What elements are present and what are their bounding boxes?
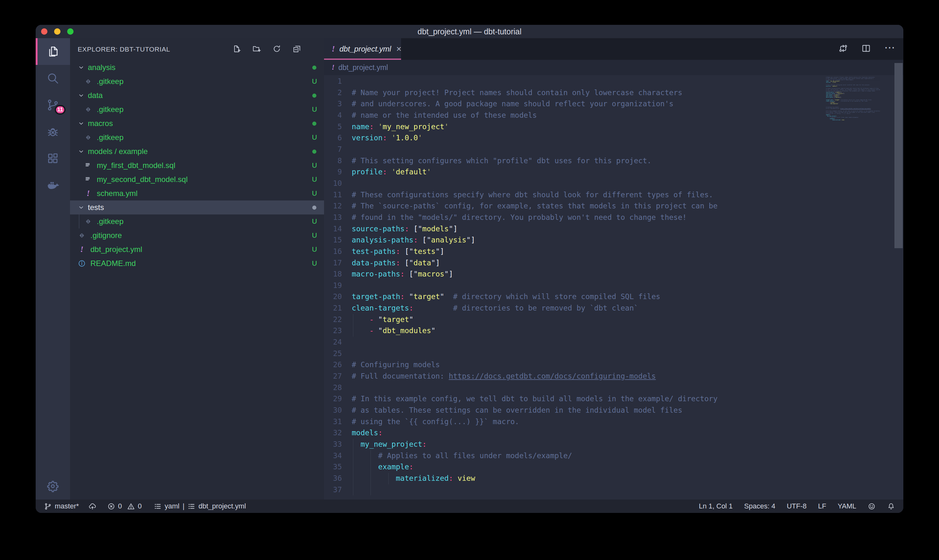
code-line-32[interactable]: 32models:: [324, 427, 904, 439]
line-number: 26: [324, 359, 342, 371]
status-symbol-file[interactable]: dbt_project.yml: [188, 502, 246, 510]
search-icon: [46, 72, 59, 85]
code-line-33[interactable]: 33 my_new_project:: [324, 439, 904, 450]
code-line-23[interactable]: 23 - "dbt_modules": [324, 325, 904, 337]
code-line-35[interactable]: 35 example:: [324, 462, 904, 473]
code-line-5[interactable]: 5name: 'my_new_project': [324, 121, 904, 133]
activity-item-explorer[interactable]: [35, 38, 70, 65]
code-line-3[interactable]: 3# and underscores. A good package name …: [324, 98, 904, 110]
breadcrumb[interactable]: ! dbt_project.yml: [324, 60, 904, 75]
code-line-6[interactable]: 6version: '1.0.0': [324, 132, 904, 144]
code-line-13[interactable]: 13# found in the "models/" directory. Yo…: [324, 212, 904, 223]
status-cursor-position[interactable]: Ln 1, Col 1: [699, 502, 733, 510]
status-publish-changes[interactable]: [88, 502, 97, 510]
activity-item-debug[interactable]: [35, 118, 70, 145]
code-line-9[interactable]: 9profile: 'default': [324, 166, 904, 178]
tree-folder-tests[interactable]: tests: [70, 200, 324, 214]
code-line-28[interactable]: 28: [324, 382, 904, 394]
close-window-button[interactable]: [41, 28, 48, 35]
vertical-scrollbar[interactable]: [894, 63, 903, 248]
code-line-20[interactable]: 20target-path: "target" # directory whic…: [324, 291, 904, 303]
new-file-button[interactable]: [232, 45, 241, 54]
code-line-18[interactable]: 18macro-paths: ["macros"]: [324, 269, 904, 280]
line-content: target-path: "target" # directory which …: [342, 291, 660, 303]
code-line-29[interactable]: 29# In this example config, we tell dbt …: [324, 393, 904, 405]
status-feedback-smiley[interactable]: [868, 502, 876, 510]
split-editor-button[interactable]: [861, 44, 871, 54]
code-line-4[interactable]: 4# name or the intended use of these mod…: [324, 110, 904, 121]
code-line-19[interactable]: 19: [324, 280, 904, 291]
status-eol[interactable]: LF: [818, 502, 826, 510]
code-line-15[interactable]: 15analysis-paths: ["analysis"]: [324, 234, 904, 246]
code-line-14[interactable]: 14source-paths: ["models"]: [324, 223, 904, 235]
activity-item-extensions[interactable]: [35, 145, 70, 172]
status-notifications-bell[interactable]: [887, 502, 895, 510]
code-line-25[interactable]: 25: [324, 348, 904, 360]
maximize-window-button[interactable]: [67, 28, 74, 35]
collapse-all-button[interactable]: [292, 45, 301, 54]
status-encoding[interactable]: UTF-8: [787, 502, 807, 510]
code-line-36[interactable]: 36 materialized: view: [324, 473, 904, 484]
status-indentation[interactable]: Spaces: 4: [744, 502, 775, 510]
code-line-30[interactable]: 30# as tables. These settings can be ove…: [324, 405, 904, 416]
activity-item-search[interactable]: [35, 65, 70, 92]
tree-item-label: README.md: [91, 259, 136, 268]
code-line-11[interactable]: 11# These configurations specify where d…: [324, 189, 904, 201]
code-line-2[interactable]: 2# Name your project! Project names shou…: [324, 87, 904, 98]
tree-file--gitignore[interactable]: .gitignoreU: [70, 228, 324, 243]
status-branch-indicator[interactable]: master*: [44, 502, 79, 510]
code-line-24[interactable]: 24: [324, 337, 904, 348]
tree-folder-macros[interactable]: macros: [70, 117, 324, 131]
tree-file--gitkeep[interactable]: .gitkeepU: [70, 214, 324, 228]
tree-file-dbt-project-yml[interactable]: !dbt_project.ymlU: [70, 243, 324, 257]
tree-item-label: models / example: [88, 147, 148, 156]
code-line-12[interactable]: 12# The `source-paths` config, for examp…: [324, 200, 904, 212]
code-line-10[interactable]: 10: [324, 178, 904, 189]
tree-file-schema-yml[interactable]: !schema.ymlU: [70, 186, 324, 200]
code-line-31[interactable]: 31# using the `{{ config(...) }}` macro.: [324, 416, 904, 428]
tree-file--gitkeep[interactable]: .gitkeepU: [70, 103, 324, 117]
code-editor[interactable]: 12# Name your project! Project names sho…: [324, 75, 904, 500]
line-number: 32: [324, 427, 342, 439]
breadcrumb-file[interactable]: dbt_project.yml: [339, 63, 388, 72]
open-changes-button[interactable]: [838, 44, 848, 54]
tree-file-my-first-dbt-model-sql[interactable]: my_first_dbt_model.sqlU: [70, 158, 324, 172]
tree-file--gitkeep[interactable]: .gitkeepU: [70, 131, 324, 145]
activity-item-settings[interactable]: [35, 473, 70, 500]
activity-item-docker[interactable]: [35, 172, 70, 198]
code-line-26[interactable]: 26# Configuring models: [324, 359, 904, 371]
tree-folder-data[interactable]: data: [70, 88, 324, 103]
line-number: 15: [324, 234, 342, 246]
code-line-21[interactable]: 21clean-targets: # directories to be rem…: [324, 303, 904, 314]
code-line-17[interactable]: 17data-paths: ["data"]: [324, 257, 904, 269]
close-tab-icon[interactable]: ×: [396, 45, 402, 54]
status-warnings-indicator[interactable]: 0: [127, 502, 142, 510]
tree-folder-analysis[interactable]: analysis: [70, 60, 324, 74]
editor-group: ! dbt_project.yml × ⋯ ! dbt_project.yml …: [324, 38, 904, 500]
new-folder-button[interactable]: [252, 45, 261, 54]
tree-folder-models-example[interactable]: models / example: [70, 145, 324, 158]
status-language-mode[interactable]: YAML: [838, 502, 856, 510]
minimap[interactable]: # Name your project! Project names shoul…: [826, 76, 881, 122]
code-line-1[interactable]: 1: [324, 76, 904, 87]
code-line-37[interactable]: 37: [324, 484, 904, 496]
compare-icon: [838, 44, 848, 53]
code-line-8[interactable]: 8# This setting configures which "profil…: [324, 155, 904, 167]
tree-file--gitkeep[interactable]: .gitkeepU: [70, 74, 324, 88]
status-errors-indicator[interactable]: 0: [107, 502, 122, 510]
code-line-16[interactable]: 16test-paths: ["tests"]: [324, 246, 904, 257]
refresh-button[interactable]: [272, 45, 281, 54]
more-actions-button[interactable]: ⋯: [884, 48, 896, 51]
tree-file-my-second-dbt-model-sql[interactable]: my_second_dbt_model.sqlU: [70, 172, 324, 186]
minimize-window-button[interactable]: [54, 28, 60, 35]
code-line-27[interactable]: 27# Full documentation: https://docs.get…: [324, 371, 904, 382]
status-symbol-language[interactable]: yaml: [154, 502, 179, 510]
code-line-34[interactable]: 34 # Applies to all files under models/e…: [324, 450, 904, 462]
tree-item-label: tests: [88, 203, 104, 212]
title-bar[interactable]: dbt_project.yml — dbt-tutorial: [35, 25, 904, 38]
code-line-22[interactable]: 22 - "target": [324, 314, 904, 326]
tab-dbt-project-yml[interactable]: ! dbt_project.yml ×: [324, 38, 401, 60]
tree-file-readme-md[interactable]: README.mdU: [70, 257, 324, 271]
code-line-7[interactable]: 7: [324, 144, 904, 155]
activity-item-source-control[interactable]: 11: [35, 92, 70, 118]
